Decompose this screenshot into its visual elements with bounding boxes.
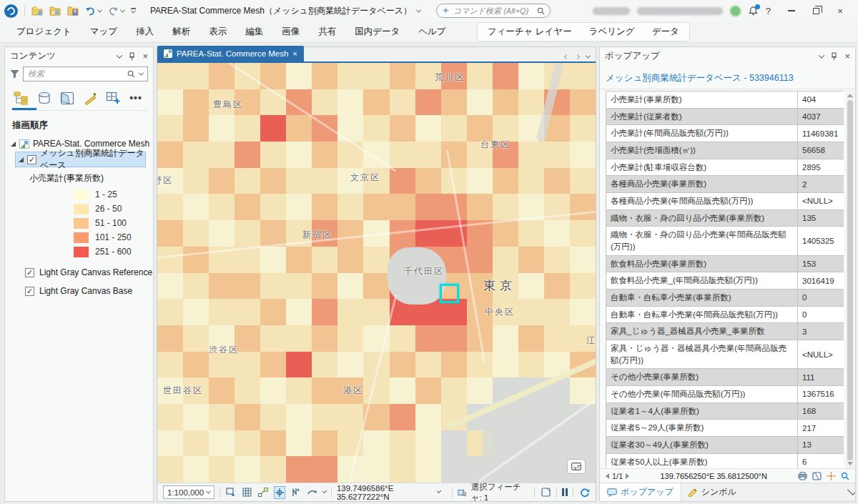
mesh-cell[interactable]: [157, 430, 183, 457]
mesh-cell[interactable]: [518, 63, 544, 89]
notifications-button[interactable]: [748, 6, 759, 16]
attribute-row[interactable]: 飲食料品小売業(事業所数) 153: [606, 256, 844, 273]
expander-icon[interactable]: [19, 157, 24, 162]
mesh-cell[interactable]: [518, 273, 544, 300]
attribute-row[interactable]: 従業者1～4人(事業所数) 168: [606, 403, 844, 420]
mesh-cell[interactable]: [157, 63, 183, 89]
mesh-cell[interactable]: [544, 273, 570, 300]
mesh-cell[interactable]: [183, 115, 209, 142]
mesh-cell[interactable]: [312, 325, 337, 352]
mesh-cell[interactable]: [518, 220, 544, 247]
mesh-cell[interactable]: [415, 168, 441, 194]
mesh-cell[interactable]: [493, 89, 518, 116]
mesh-cell[interactable]: [337, 89, 363, 116]
mesh-cell[interactable]: [209, 299, 235, 325]
attribute-row[interactable]: 飲食料品小売業_(年間商品販売額(万円)) 3016419: [606, 272, 844, 290]
mesh-cell[interactable]: [467, 247, 493, 273]
mesh-cell[interactable]: [363, 299, 389, 325]
mesh-cell[interactable]: [441, 456, 467, 483]
mesh-cell[interactable]: [363, 377, 389, 404]
mesh-cell[interactable]: [467, 377, 493, 404]
mesh-cell[interactable]: [544, 247, 570, 273]
attribute-row[interactable]: 各種商品小売業(年間商品販売額(万円)) <NULL>: [606, 193, 844, 210]
mesh-cell[interactable]: [467, 168, 493, 194]
mesh-cell[interactable]: [441, 115, 467, 142]
mesh-cell[interactable]: [260, 325, 286, 352]
mesh-cell[interactable]: [260, 404, 286, 430]
scale-select[interactable]: 1:100,000: [163, 485, 214, 499]
mesh-cell[interactable]: [286, 115, 312, 142]
mesh-cell[interactable]: [337, 404, 363, 430]
mesh-cell[interactable]: [337, 325, 363, 352]
mesh-cell[interactable]: [235, 115, 260, 142]
basemap-layer-item[interactable]: ✓ Light Gray Canvas Base: [5, 282, 153, 300]
mesh-cell[interactable]: [390, 89, 415, 116]
popup-feature-link[interactable]: メッシュ別商業統計データベース - 533946113: [606, 73, 794, 83]
mesh-cell[interactable]: [441, 430, 467, 457]
mesh-cell[interactable]: [209, 168, 235, 194]
mesh-cell[interactable]: [337, 220, 363, 247]
map-frame-icon[interactable]: [540, 486, 551, 499]
mesh-cell[interactable]: [518, 325, 544, 352]
search-icon[interactable]: [841, 472, 849, 480]
open-project-icon[interactable]: [49, 6, 61, 16]
mesh-cell[interactable]: [235, 273, 260, 300]
mesh-cell[interactable]: [312, 168, 337, 194]
mesh-cell[interactable]: [570, 247, 596, 273]
layer-visibility-checkbox[interactable]: ✓: [25, 268, 34, 277]
basemap-layer-item[interactable]: ✓ Light Gray Canvas Reference: [5, 263, 153, 282]
mesh-layer-item-selected[interactable]: ✓ メッシュ別商業統計データベース: [15, 152, 146, 167]
mesh-cell[interactable]: [312, 273, 337, 300]
mesh-cell[interactable]: [260, 430, 286, 457]
mesh-cell[interactable]: [441, 352, 467, 378]
attribute-row[interactable]: 小売業計(駐車場収容台数) 2895: [606, 159, 844, 177]
attribute-row[interactable]: 各種商品小売業(事業所数) 2: [606, 176, 844, 193]
mesh-cell[interactable]: [157, 456, 183, 483]
mesh-cell[interactable]: [570, 89, 596, 116]
mesh-cell[interactable]: [390, 325, 415, 352]
symbology-tab[interactable]: シンボル: [681, 483, 744, 501]
mesh-cell[interactable]: [209, 194, 235, 220]
mesh-cell[interactable]: [235, 142, 260, 168]
mesh-cell[interactable]: [286, 352, 312, 378]
mesh-cell[interactable]: [183, 325, 209, 352]
mesh-cell[interactable]: [441, 325, 467, 352]
mesh-cell[interactable]: [286, 63, 312, 89]
mesh-cell[interactable]: [415, 325, 441, 352]
pause-drawing-icon[interactable]: [562, 488, 568, 496]
mesh-cell[interactable]: [286, 247, 312, 273]
attribute-row[interactable]: 自動車・自転車小売業(事業所数) 0: [606, 290, 844, 307]
mesh-cell[interactable]: [260, 168, 286, 194]
mesh-cell[interactable]: [209, 430, 235, 457]
mesh-cell[interactable]: [183, 456, 209, 483]
mesh-cell[interactable]: [235, 404, 260, 430]
expander-icon[interactable]: [11, 142, 16, 147]
attribute-row[interactable]: 従業者30～49人(事業所数) 13: [606, 437, 844, 454]
mesh-cell[interactable]: [337, 352, 363, 378]
mesh-cell[interactable]: [363, 456, 389, 483]
mesh-cell[interactable]: [570, 273, 596, 300]
mesh-cell[interactable]: [390, 352, 415, 378]
mesh-cell[interactable]: [183, 430, 209, 457]
project-title[interactable]: PAREA-Stat Commerce Mesh（メッシュ別商業統計データベース…: [150, 5, 420, 17]
mesh-cell[interactable]: [260, 220, 286, 247]
ribbon-tab[interactable]: プロジェクト: [7, 23, 81, 41]
mesh-cell[interactable]: [260, 456, 286, 483]
mesh-cell[interactable]: [286, 273, 312, 300]
mesh-cell[interactable]: [493, 325, 518, 352]
mesh-cell[interactable]: [209, 377, 235, 404]
redo-button[interactable]: [108, 6, 124, 16]
layer-visibility-checkbox[interactable]: ✓: [25, 287, 34, 296]
mesh-cell[interactable]: [390, 63, 415, 89]
mesh-cell[interactable]: [415, 89, 441, 116]
mesh-cell[interactable]: [235, 194, 260, 220]
tabs-overflow-icon[interactable]: [847, 487, 855, 495]
mesh-cell[interactable]: [183, 168, 209, 194]
ribbon-tab[interactable]: 共有: [309, 23, 345, 41]
mesh-cell[interactable]: [235, 456, 260, 483]
attribute-row[interactable]: 織物・衣服・身の回り品小売業(年間商品販売額(万円)) 1405325: [606, 227, 844, 255]
redo-dropdown-icon[interactable]: [120, 7, 125, 12]
scroll-tabs-left-icon[interactable]: [564, 54, 569, 59]
data-source-tab-icon[interactable]: [35, 90, 54, 106]
pane-menu-icon[interactable]: [819, 52, 824, 58]
